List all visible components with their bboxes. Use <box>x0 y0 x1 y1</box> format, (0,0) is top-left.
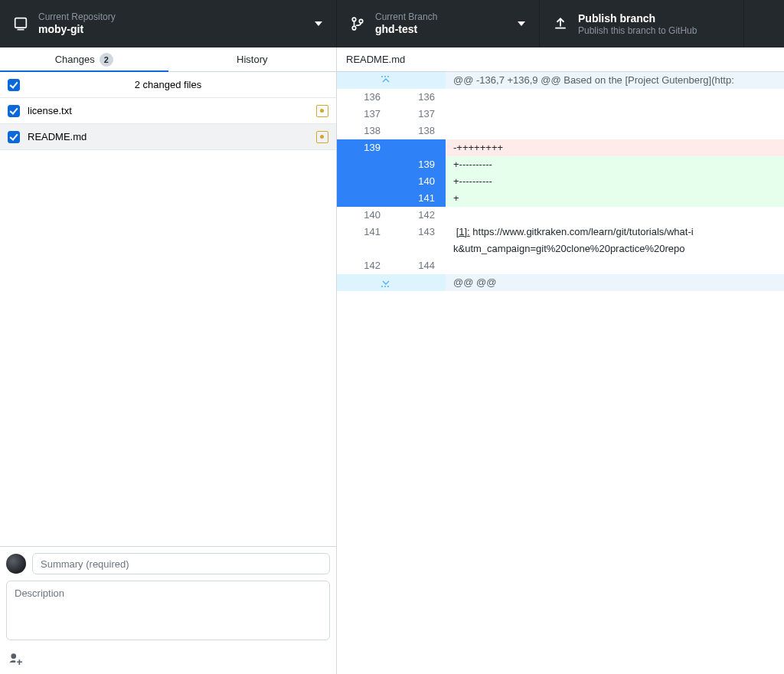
toolbar-branch[interactable]: Current Branch ghd-test <box>337 0 540 47</box>
diff-code <box>446 207 784 224</box>
diff-row[interactable]: @@ @@ <box>337 274 784 291</box>
commit-description-input[interactable] <box>6 581 330 640</box>
old-line-num: 137 <box>337 106 391 123</box>
modified-icon <box>316 131 328 143</box>
file-checkbox[interactable] <box>8 131 20 143</box>
tab-history[interactable]: History <box>168 47 337 71</box>
diff-code: + <box>446 190 784 207</box>
new-line-num: 137 <box>391 106 446 123</box>
branch-icon <box>351 17 364 31</box>
expand-hunk-icon[interactable] <box>337 72 446 89</box>
new-line-num: 138 <box>391 123 446 139</box>
file-row[interactable]: README.md <box>0 124 336 150</box>
old-line-num: 141 <box>337 224 391 240</box>
publish-title: Publish branch <box>578 11 697 25</box>
tab-changes-label: Changes <box>55 54 95 65</box>
toolbar-repo[interactable]: Current Repository moby-git <box>0 0 337 47</box>
old-line-num <box>337 240 391 257</box>
publish-sub: Publish this branch to GitHub <box>578 25 697 36</box>
diff-code: [1]: https://www.gitkraken.com/learn/git… <box>446 224 784 240</box>
diff-row: 140+---------- <box>337 173 784 190</box>
ref-link[interactable]: [1]: <box>456 226 470 237</box>
repo-name: moby-git <box>38 22 116 36</box>
tab-changes[interactable]: Changes 2 <box>0 47 168 71</box>
old-line-num: 138 <box>337 123 391 139</box>
branch-name: ghd-test <box>375 22 437 36</box>
diff-code <box>446 257 784 274</box>
diff-code: @@ @@ <box>446 274 784 291</box>
diff-row: 139-++++++++ <box>337 139 784 156</box>
new-line-num: 143 <box>391 224 446 240</box>
branch-label: Current Branch <box>375 11 437 22</box>
new-line-num: 139 <box>391 156 446 173</box>
new-line-num: 144 <box>391 257 446 274</box>
diff-code: k&utm_campaign=git%20clone%20practice%20… <box>446 240 784 257</box>
diff-row[interactable]: @@ -136,7 +136,9 @@ Based on the [Projec… <box>337 72 784 89</box>
svg-rect-0 <box>15 18 27 28</box>
old-line-num: 139 <box>337 139 391 156</box>
old-line-num <box>337 173 391 190</box>
svg-point-3 <box>352 26 356 30</box>
diff-row: 142144 <box>337 257 784 274</box>
diff-code: +---------- <box>446 156 784 173</box>
diff-row: 141143 [1]: https://www.gitkraken.com/le… <box>337 224 784 240</box>
commit-form <box>0 546 336 674</box>
commit-summary-input[interactable] <box>32 553 330 574</box>
old-line-num: 136 <box>337 89 391 106</box>
file-name: README.md <box>28 131 316 142</box>
diff-row: 137137 <box>337 106 784 123</box>
repo-icon <box>14 17 28 31</box>
diff-row: k&utm_campaign=git%20clone%20practice%20… <box>337 240 784 257</box>
diff-row: 136136 <box>337 89 784 106</box>
old-line-num: 142 <box>337 257 391 274</box>
svg-rect-1 <box>18 29 24 31</box>
diff-code <box>446 106 784 123</box>
diff-file-header: README.md <box>337 47 784 72</box>
chevron-down-icon <box>518 21 525 26</box>
file-list-header: 2 changed files <box>0 72 336 98</box>
new-line-num <box>391 139 446 156</box>
files-summary: 2 changed files <box>0 79 336 90</box>
diff-code <box>446 89 784 106</box>
modified-icon <box>316 105 328 117</box>
svg-point-2 <box>352 18 356 21</box>
file-row[interactable]: license.txt <box>0 98 336 124</box>
tab-history-label: History <box>237 54 267 65</box>
file-checkbox[interactable] <box>8 105 20 117</box>
toolbar-publish[interactable]: Publish branch Publish this branch to Gi… <box>540 0 744 47</box>
diff-code <box>446 123 784 139</box>
select-all-checkbox[interactable] <box>8 79 20 91</box>
chevron-down-icon <box>315 21 322 26</box>
diff-row: 139+---------- <box>337 156 784 173</box>
diff-code: @@ -136,7 +136,9 @@ Based on the [Projec… <box>446 72 784 89</box>
changes-count-badge: 2 <box>100 53 113 67</box>
diff-code: -++++++++ <box>446 139 784 156</box>
toolbar-extra[interactable] <box>744 0 784 47</box>
add-coauthor-button[interactable] <box>6 649 24 668</box>
expand-hunk-icon[interactable] <box>337 274 446 291</box>
repo-label: Current Repository <box>38 11 116 22</box>
svg-point-4 <box>359 19 363 23</box>
diff-row: 140142 <box>337 207 784 224</box>
diff-row: 138138 <box>337 123 784 139</box>
diff-file-name: README.md <box>346 54 405 65</box>
old-line-num <box>337 156 391 173</box>
diff-row: 141+ <box>337 190 784 207</box>
avatar <box>6 554 26 574</box>
new-line-num <box>391 240 446 257</box>
old-line-num: 140 <box>337 207 391 224</box>
new-line-num: 141 <box>391 190 446 207</box>
new-line-num: 142 <box>391 207 446 224</box>
old-line-num <box>337 190 391 207</box>
upload-icon <box>554 17 567 31</box>
diff-code: +---------- <box>446 173 784 190</box>
new-line-num: 140 <box>391 173 446 190</box>
file-name: license.txt <box>28 105 316 116</box>
new-line-num: 136 <box>391 89 446 106</box>
